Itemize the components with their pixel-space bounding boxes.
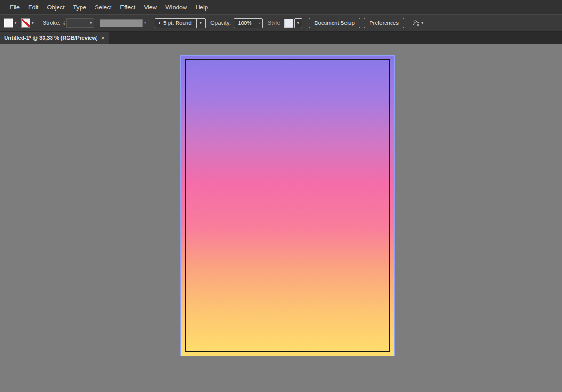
illustrator-app: File Edit Object Type Select Effect View…	[0, 0, 562, 392]
document-tab[interactable]: Untitled-1* @ 33,33 % (RGB/Preview) ×	[0, 32, 109, 44]
menu-view[interactable]: View	[140, 4, 161, 11]
opacity-input[interactable]: 100%	[234, 20, 255, 26]
menu-type[interactable]: Type	[69, 4, 90, 11]
menu-effect[interactable]: Effect	[116, 4, 140, 11]
menu-bar: File Edit Object Type Select Effect View…	[0, 0, 562, 14]
artboard[interactable]	[180, 55, 395, 356]
document-setup-button[interactable]: Document Setup	[309, 18, 360, 28]
style-label: Style:	[267, 20, 281, 26]
opacity-expand-icon[interactable]: ›	[256, 19, 263, 28]
stroke-none-swatch[interactable]	[21, 18, 30, 28]
tab-bar: Untitled-1* @ 33,33 % (RGB/Preview) ×	[0, 32, 562, 44]
opacity-label[interactable]: Opacity:	[210, 20, 231, 26]
control-bar: ▾ ▾ Stroke: ▴ ▾ ▾ ▾ • 5 pt. Round ▾ Opac…	[0, 14, 562, 32]
menu-help[interactable]: Help	[191, 4, 212, 11]
chevron-down-icon[interactable]: ▾	[196, 19, 206, 28]
menu-select[interactable]: Select	[90, 4, 116, 11]
menu-object[interactable]: Object	[43, 4, 69, 11]
preferences-button[interactable]: Preferences	[364, 18, 404, 28]
chevron-down-icon[interactable]: ▾	[420, 21, 425, 25]
brush-definition-dropdown[interactable]: • 5 pt. Round ▾	[155, 18, 206, 28]
fill-swatch[interactable]	[4, 18, 13, 28]
menu-divider	[215, 0, 215, 14]
select-similar-control[interactable]: ▾	[411, 19, 425, 27]
stroke-color-control[interactable]: ▾	[21, 18, 36, 28]
menu-edit[interactable]: Edit	[24, 4, 43, 11]
opacity-control[interactable]: 100% ›	[234, 18, 263, 28]
brush-value: 5 pt. Round	[163, 20, 196, 26]
menu-window[interactable]: Window	[161, 4, 191, 11]
chevron-glyph: ▾	[199, 21, 204, 25]
chevron-down-icon[interactable]: ▾	[13, 21, 18, 25]
menu-file[interactable]: File	[6, 4, 24, 11]
chevron-down-icon: ▾	[143, 21, 148, 25]
stepper-down-icon[interactable]: ▾	[63, 23, 65, 26]
select-similar-icon[interactable]	[411, 19, 420, 27]
document-tab-title: Untitled-1* @ 33,33 % (RGB/Preview)	[4, 35, 97, 41]
chevron-down-icon[interactable]: ▾	[89, 21, 94, 25]
variable-width-profile-dropdown: ▾	[100, 18, 148, 28]
stroke-weight-stepper[interactable]: ▴ ▾	[63, 20, 65, 26]
style-chevron[interactable]: ▾	[294, 18, 302, 28]
chevron-down-icon[interactable]: ▾	[30, 21, 36, 25]
stroke-weight-label[interactable]: Stroke:	[43, 20, 60, 26]
rectangle-object[interactable]	[185, 59, 390, 352]
style-swatch[interactable]	[284, 19, 293, 28]
canvas[interactable]	[0, 44, 562, 392]
profile-preview	[100, 19, 143, 27]
fill-color-control[interactable]: ▾	[4, 18, 18, 28]
brush-dot-icon: •	[155, 21, 164, 26]
close-icon[interactable]: ×	[97, 35, 104, 42]
stroke-weight-dropdown[interactable]: ▾	[66, 18, 94, 28]
